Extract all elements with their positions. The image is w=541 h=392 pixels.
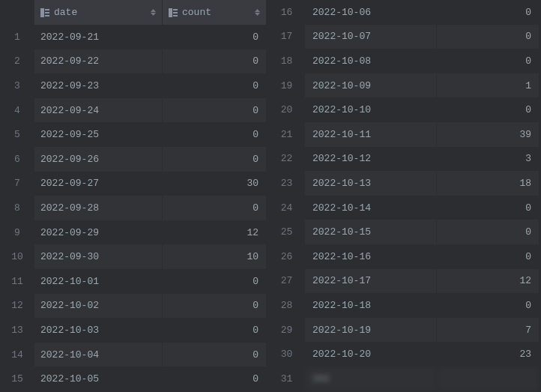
table-row[interactable]: 242022-10-140 (268, 196, 541, 220)
cell-count[interactable]: 0 (163, 49, 267, 74)
row-number[interactable]: 1 (0, 25, 34, 49)
cell-count[interactable]: 0 (163, 122, 267, 147)
table-row[interactable]: 252022-10-150 (268, 220, 541, 244)
table-row[interactable]: 112022-10-010 (0, 269, 268, 294)
cell-count[interactable]: 0 (437, 220, 540, 244)
cell-date[interactable]: 2022-09-25 (34, 122, 163, 147)
cell-count[interactable]: 1 (437, 73, 540, 98)
cell-count[interactable]: 0 (437, 25, 540, 49)
cell-count[interactable]: 0 (163, 367, 267, 391)
cell-date[interactable]: 2022-09-29 (34, 220, 163, 245)
table-row[interactable]: 22022-09-220 (0, 49, 268, 74)
cell-count[interactable]: 0 (437, 293, 540, 318)
row-number[interactable]: 31 (268, 367, 305, 391)
table-row[interactable]: 192022-10-091 (268, 73, 541, 98)
cell-date[interactable]: 2022-10-13 (305, 171, 437, 196)
cell-count[interactable]: 0 (163, 294, 267, 319)
cell-count[interactable]: 0 (437, 0, 540, 25)
row-number[interactable]: 17 (268, 25, 305, 49)
row-number[interactable]: 13 (0, 318, 34, 343)
cell-date[interactable]: 2022-09-23 (34, 73, 163, 98)
cell-count[interactable]: 0 (163, 318, 267, 343)
cell-date[interactable]: 2022-09-30 (34, 244, 163, 269)
cell-count[interactable]: 0 (163, 98, 267, 123)
row-number[interactable]: 10 (0, 244, 34, 269)
cell-count[interactable] (437, 367, 540, 391)
cell-count[interactable]: 0 (437, 49, 540, 73)
cell-date[interactable]: 2022-10-14 (305, 196, 437, 220)
cell-date[interactable]: 2022-10-09 (305, 73, 437, 98)
table-row[interactable]: 142022-10-040 (0, 343, 268, 367)
cell-date[interactable]: 2022-10-01 (34, 269, 163, 294)
cell-count[interactable]: 18 (437, 171, 540, 196)
table-row[interactable]: 72022-09-2730 (0, 172, 268, 196)
cell-count[interactable]: 39 (437, 122, 540, 147)
cell-count[interactable]: 0 (437, 244, 540, 269)
cell-count[interactable]: 0 (163, 196, 267, 220)
cell-count[interactable]: 30 (163, 172, 267, 196)
row-number[interactable]: 6 (0, 147, 34, 172)
cell-date[interactable]: 2022-10-08 (305, 49, 437, 73)
cell-count[interactable]: 12 (437, 269, 540, 294)
cell-date[interactable]: 2022-10-19 (305, 318, 437, 343)
cell-date[interactable]: 2022-10-17 (305, 269, 437, 294)
cell-date[interactable]: 2022-10-11 (305, 122, 437, 147)
row-number[interactable]: 23 (268, 171, 305, 196)
cell-count[interactable]: 23 (437, 342, 540, 367)
table-row[interactable]: 92022-09-2912 (0, 220, 268, 245)
row-number[interactable]: 30 (268, 342, 305, 367)
cell-date[interactable]: 2022-10-15 (305, 220, 437, 244)
cell-count[interactable]: 0 (437, 196, 540, 220)
table-row[interactable]: 172022-10-070 (268, 25, 541, 49)
cell-date[interactable]: 2022-10-02 (34, 294, 163, 319)
table-row[interactable]: 272022-10-1712 (268, 269, 541, 294)
table-row[interactable]: 292022-10-197 (268, 318, 541, 343)
cell-count[interactable]: 0 (163, 25, 267, 49)
row-number[interactable]: 14 (0, 343, 34, 367)
table-row[interactable]: 31202 (268, 367, 541, 391)
cell-count[interactable]: 0 (437, 97, 540, 122)
cell-date[interactable]: 2022-10-04 (34, 343, 163, 367)
row-number[interactable]: 2 (0, 49, 34, 74)
row-number[interactable]: 18 (268, 49, 305, 73)
row-number[interactable]: 22 (268, 147, 305, 172)
cell-count[interactable]: 3 (437, 147, 540, 172)
row-number[interactable]: 3 (0, 73, 34, 98)
table-row[interactable]: 82022-09-280 (0, 196, 268, 220)
cell-date[interactable]: 202 (305, 367, 437, 391)
table-row[interactable]: 152022-10-050 (0, 367, 268, 391)
col-header-count[interactable]: count (163, 0, 267, 25)
row-number[interactable]: 26 (268, 244, 305, 269)
row-number[interactable]: 7 (0, 172, 34, 196)
table-row[interactable]: 222022-10-123 (268, 147, 541, 172)
cell-date[interactable]: 2022-09-21 (34, 25, 163, 49)
table-row[interactable]: 282022-10-180 (268, 293, 541, 318)
table-row[interactable]: 232022-10-1318 (268, 171, 541, 196)
row-number[interactable]: 5 (0, 122, 34, 147)
row-number[interactable]: 15 (0, 367, 34, 391)
cell-count[interactable]: 10 (163, 244, 267, 269)
table-row[interactable]: 132022-10-030 (0, 318, 268, 343)
cell-count[interactable]: 0 (163, 343, 267, 367)
row-number[interactable]: 25 (268, 220, 305, 244)
row-number[interactable]: 20 (268, 97, 305, 122)
table-row[interactable]: 32022-09-230 (0, 73, 268, 98)
table-row[interactable]: 102022-09-3010 (0, 244, 268, 269)
cell-date[interactable]: 2022-09-28 (34, 196, 163, 220)
cell-count[interactable]: 12 (163, 220, 267, 245)
table-row[interactable]: 62022-09-260 (0, 147, 268, 172)
cell-count[interactable]: 0 (163, 269, 267, 294)
col-header-date[interactable]: date (34, 0, 163, 25)
table-row[interactable]: 302022-10-2023 (268, 342, 541, 367)
row-number[interactable]: 21 (268, 122, 305, 147)
table-row[interactable]: 212022-10-1139 (268, 122, 541, 147)
cell-date[interactable]: 2022-09-27 (34, 172, 163, 196)
row-number[interactable]: 29 (268, 318, 305, 343)
row-number[interactable]: 12 (0, 294, 34, 319)
cell-date[interactable]: 2022-10-03 (34, 318, 163, 343)
table-row[interactable]: 42022-09-240 (0, 98, 268, 123)
cell-date[interactable]: 2022-10-16 (305, 244, 437, 269)
cell-date[interactable]: 2022-10-20 (305, 342, 437, 367)
table-row[interactable]: 182022-10-080 (268, 49, 541, 73)
row-number[interactable]: 8 (0, 196, 34, 220)
